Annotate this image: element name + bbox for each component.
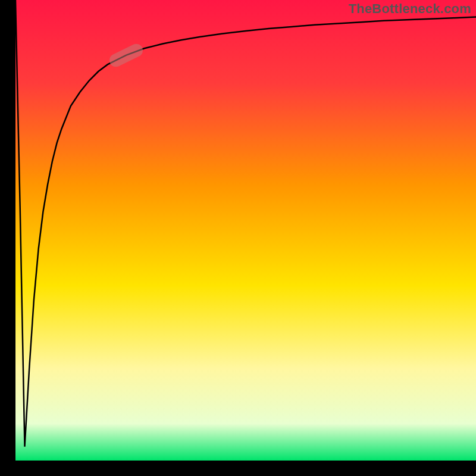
x-axis-strip [0, 461, 476, 476]
chart-container: TheBottleneck.com [0, 0, 476, 476]
watermark-text: TheBottleneck.com [349, 1, 471, 17]
bottleneck-curve-path [15, 0, 476, 447]
plot-area [15, 0, 476, 461]
curve-svg [15, 0, 476, 461]
y-axis-strip [0, 0, 15, 476]
